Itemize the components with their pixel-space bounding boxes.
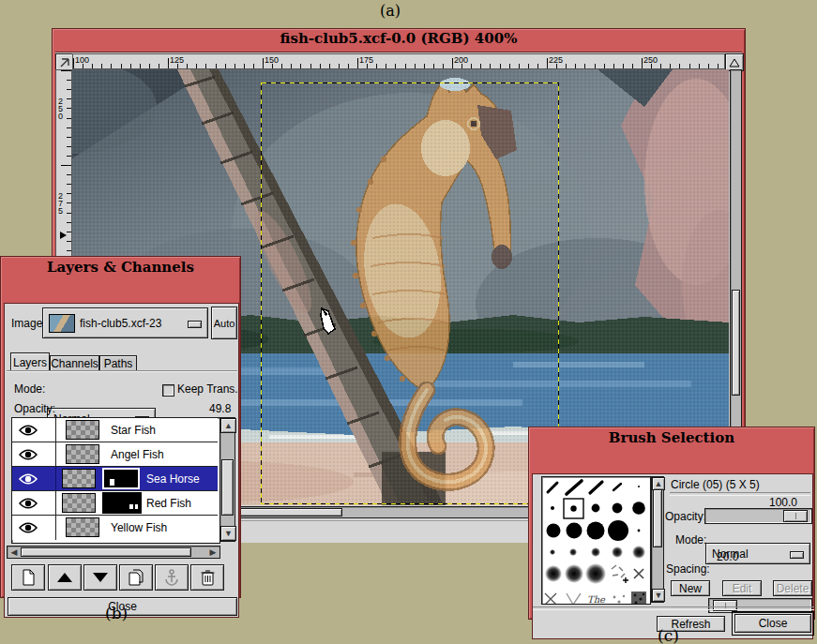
image-window-title: fish-club5.xcf-0.0 (RGB) 400% [280,30,518,47]
eye-icon [19,425,38,436]
up-arrow-icon [57,573,72,582]
visibility-toggle[interactable] [12,491,56,515]
layer-row-star-fish[interactable]: Star Fish [12,418,218,442]
tab-paths[interactable]: Paths [99,355,137,371]
visibility-toggle[interactable] [12,418,56,442]
ruler-tick-label: 200 [454,55,468,65]
tab-divider [7,370,237,372]
layer-row-yellow-fish[interactable]: Yellow Fish [12,516,218,540]
visibility-toggle[interactable] [12,516,56,540]
ruler-tick-label: 275 [58,192,66,215]
brush-mode-label: Mode: [675,533,706,547]
brush-spacing-value: 20.0 [717,550,738,563]
visibility-toggle[interactable] [12,467,56,490]
layer-name: Red Fish [146,497,191,510]
anchor-icon [164,569,179,586]
layers-dialog-title: Layers & Channels [47,259,194,276]
raise-layer-button[interactable] [48,564,82,591]
brush-dialog-title: Brush Selection [609,429,734,446]
ruler-position-marker [60,232,67,239]
option-menu-indicator-icon [790,551,804,559]
brush-close-label: Close [759,617,788,630]
trash-icon [201,569,215,586]
scroll-right-icon[interactable]: ▶ [207,547,219,558]
ruler-top: 100 125 150 175 200 225 250 [72,53,725,69]
image-label: Image: [11,317,46,330]
brush-grid-vscrollbar[interactable]: ▲ ▼ [651,476,664,603]
scroll-left-icon[interactable]: ◀ [8,547,20,558]
new-layer-button[interactable] [11,564,45,591]
layer-row-sea-horse[interactable]: Sea Horse [12,467,218,491]
delete-layer-button[interactable] [190,564,224,591]
tab-layers[interactable]: Layers [10,352,50,371]
brush-delete-label: Delete [777,582,809,595]
lower-layer-button[interactable] [83,564,117,591]
anchor-layer-button[interactable] [155,564,189,591]
visibility-toggle[interactable] [12,442,56,466]
brush-name: Circle (05) (5 X 5) [671,478,760,491]
tab-channels-label: Channels [51,357,98,370]
triangle-icon [729,57,740,68]
eye-icon [19,473,38,485]
layer-name: Yellow Fish [111,521,167,534]
layer-thumbnail [62,469,96,488]
layers-list-vscrollbar[interactable]: ▲ ▼ [219,417,235,542]
duplicate-layer-button[interactable] [119,564,153,591]
scroll-down-icon[interactable]: ▼ [652,589,665,602]
image-menu-value: fish-club5.xcf-23 [80,317,161,330]
brush-spacing-label: Spacing: [666,562,710,576]
layers-list-hscrollbar[interactable]: ◀ ▶ [7,546,220,559]
figure-label-c: (c) [658,626,679,644]
layers-list-hscrollbar-thumb[interactable] [21,547,191,557]
layer-name: Sea Horse [146,472,200,486]
brush-opacity-label: Opacity: [665,510,706,523]
scroll-up-icon[interactable]: ▲ [220,418,236,433]
layers-dialog: Layers & Channels Image: fish-club5.xcf-… [0,256,241,598]
keep-trans-label: Keep Trans. [177,382,238,396]
brush-opacity-value: 100.0 [769,496,797,509]
ruler-tick-label: 250 [58,97,66,120]
eye-icon [19,449,38,460]
brush-grid[interactable]: The [541,476,651,605]
brush-opacity-slider[interactable] [704,508,812,524]
new-page-icon [21,569,36,586]
tab-paths-label: Paths [104,357,133,370]
auto-button-label: Auto [214,318,235,329]
action-area-separator [533,607,814,610]
brush-new-button[interactable]: New [671,580,710,596]
layers-list-vscrollbar-thumb[interactable] [221,459,234,516]
keep-trans-checkbox[interactable] [162,384,174,397]
eye-icon [19,522,38,533]
image-menu[interactable]: fish-club5.xcf-23 [42,307,208,338]
layers-dialog-titlebar[interactable]: Layers & Channels [1,257,240,278]
layer-row-angel-fish[interactable]: Angel Fish [12,442,218,467]
svg-text:The: The [587,594,606,605]
eye-icon [19,498,38,509]
layer-row-red-fish[interactable]: Red Fish [12,491,218,516]
ruler-tick-label: 175 [359,55,373,65]
ruler-tick-label: 125 [170,55,184,65]
layer-thumbnail [62,493,96,513]
layers-dialog-body: Image: fish-club5.xcf-23 Auto Layers Cha… [4,303,239,618]
scroll-down-icon[interactable]: ▼ [220,526,236,541]
canvas-vscrollbar-thumb[interactable] [732,290,740,396]
diagonal-arrow-icon [59,57,70,68]
tab-channels[interactable]: Channels [50,355,99,371]
brush-dialog-titlebar[interactable]: Brush Selection [529,427,814,449]
brush-edit-button[interactable]: Edit [722,580,762,596]
mode-label: Mode: [14,382,45,396]
tab-layers-label: Layers [13,356,47,369]
brush-new-label: New [679,582,702,595]
brush-close-button[interactable]: Close [734,614,811,633]
opacity-value: 49.8 [209,402,231,415]
layer-thumbnail [66,517,99,537]
layer-mask-thumbnail [102,492,142,514]
brush-grid-vscrollbar-thumb[interactable] [653,489,662,547]
ruler-tick-label: 250 [643,55,658,65]
brush-opacity-slider-thumb[interactable] [783,510,808,522]
image-window-titlebar[interactable]: fish-club5.xcf-0.0 (RGB) 400% [53,29,745,50]
scroll-up-icon[interactable]: ▲ [652,477,665,490]
brush-delete-button[interactable]: Delete [773,580,812,596]
brush-dialog: Brush Selection [528,427,815,620]
auto-button[interactable]: Auto [211,307,237,339]
